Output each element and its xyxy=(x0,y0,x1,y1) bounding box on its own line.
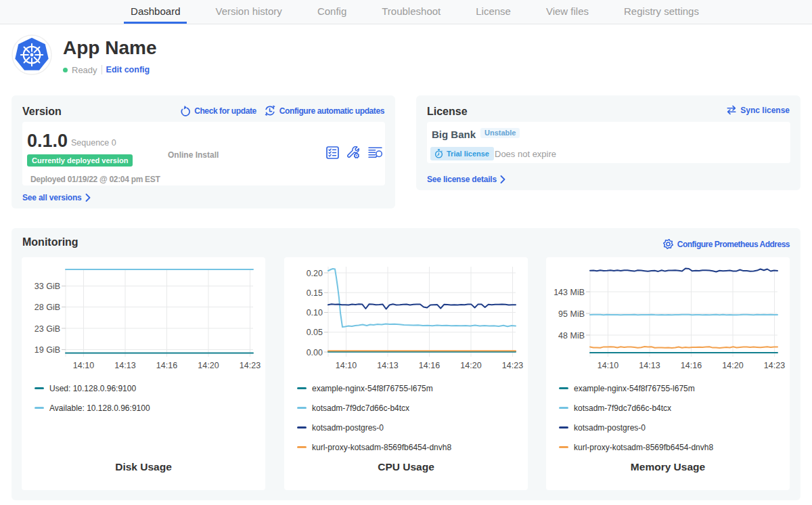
svg-text:14:13: 14:13 xyxy=(114,361,135,370)
svg-text:0.15: 0.15 xyxy=(307,288,323,298)
svg-text:14:23: 14:23 xyxy=(502,361,523,370)
svg-text:143 MiB: 143 MiB xyxy=(554,288,585,297)
svg-text:95 MiB: 95 MiB xyxy=(558,309,585,319)
svg-text:14:16: 14:16 xyxy=(419,361,440,370)
svg-text:0.05: 0.05 xyxy=(307,328,323,337)
svg-text:0.10: 0.10 xyxy=(307,308,323,317)
svg-text:14:10: 14:10 xyxy=(597,361,618,370)
svg-text:14:16: 14:16 xyxy=(156,361,177,370)
svg-text:14:13: 14:13 xyxy=(639,361,660,370)
svg-text:14:10: 14:10 xyxy=(336,361,357,370)
svg-text:48 MiB: 48 MiB xyxy=(558,331,585,341)
svg-text:14:20: 14:20 xyxy=(460,361,481,370)
svg-text:14:23: 14:23 xyxy=(764,361,785,370)
svg-text:14:13: 14:13 xyxy=(377,361,398,370)
svg-text:19 GiB: 19 GiB xyxy=(35,345,60,355)
svg-text:14:16: 14:16 xyxy=(681,361,702,370)
svg-text:28 GiB: 28 GiB xyxy=(35,303,60,312)
svg-text:0.00: 0.00 xyxy=(307,348,323,357)
svg-text:14:23: 14:23 xyxy=(240,361,261,370)
svg-text:14:20: 14:20 xyxy=(198,361,219,370)
svg-text:23 GiB: 23 GiB xyxy=(35,324,60,334)
svg-text:14:10: 14:10 xyxy=(73,361,94,370)
svg-text:33 GiB: 33 GiB xyxy=(35,282,60,291)
svg-text:14:20: 14:20 xyxy=(722,361,743,370)
svg-text:0.20: 0.20 xyxy=(307,269,323,278)
